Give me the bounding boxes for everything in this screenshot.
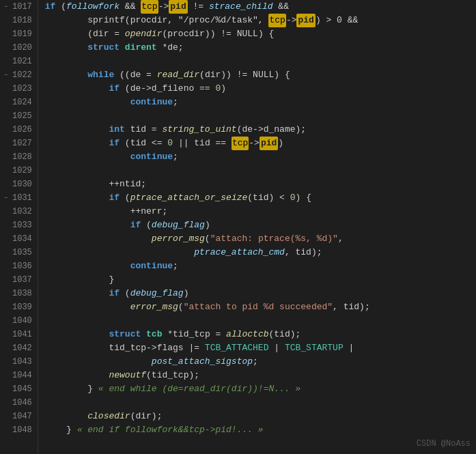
watermark: CSDN @NoAss [417, 439, 471, 449]
ln-1020: 1020 [3, 41, 32, 55]
code-editor: −1017 1018 1019 1020 1021 −1022 1023 102… [0, 0, 476, 454]
fold-1031[interactable]: − [3, 195, 10, 201]
ln-1040: 1040 [3, 314, 32, 328]
code-line-1018: sprintf(procdir, "/proc/%d/task", tcp->p… [45, 14, 476, 27]
code-line-1017: if (followfork && tcp->pid != strace_chi… [45, 0, 476, 14]
ln-1048: 1048 [3, 423, 32, 437]
ln-1023: 1023 [3, 82, 32, 96]
ln-1030: 1030 [3, 178, 32, 191]
code-line-1021 [45, 55, 476, 68]
code-line-1048: } « end if followfork&&tcp->pid!... » [45, 423, 476, 437]
code-line-1041: struct tcb *tid_tcp = alloctcb(tid); [45, 328, 476, 341]
code-line-1044: newoutf(tid_tcp); [45, 369, 476, 382]
ln-1046: 1046 [3, 396, 32, 410]
ln-1027: 1027 [3, 137, 32, 150]
code-line-1023: if (de->d_fileno == 0) [45, 82, 476, 96]
code-line-1028: continue; [45, 150, 476, 164]
code-line-1047: closedir(dir); [45, 410, 476, 423]
ln-1047: 1047 [3, 410, 32, 423]
code-line-1034: perror_msg("attach: ptrace(%s, %d)", [45, 232, 476, 246]
fold-1022[interactable]: − [3, 72, 10, 79]
code-line-1038: if (debug_flag) [45, 287, 476, 300]
code-line-1026: int tid = string_to_uint(de->d_name); [45, 123, 476, 137]
code-line-1031: if (ptrace_attach_or_seize(tid) < 0) { [45, 191, 476, 205]
ln-1045: 1045 [3, 382, 32, 396]
ln-1019: 1019 [3, 27, 32, 41]
ln-1022: −1022 [3, 68, 32, 82]
ln-1032: 1032 [3, 205, 32, 218]
ln-1043: 1043 [3, 355, 32, 369]
ln-1044: 1044 [3, 369, 32, 382]
fold-1017[interactable]: − [3, 3, 10, 10]
ln-1026: 1026 [3, 123, 32, 137]
ln-1021: 1021 [3, 55, 32, 68]
ln-1018: 1018 [3, 14, 32, 27]
ln-1024: 1024 [3, 96, 32, 109]
code-line-1040 [45, 314, 476, 328]
code-line-1043: post_attach_sigstop; [45, 355, 476, 369]
code-line-1024: continue; [45, 96, 476, 109]
ln-1029: 1029 [3, 164, 32, 178]
code-line-1033: if (debug_flag) [45, 218, 476, 232]
ln-1035: 1035 [3, 246, 32, 259]
code-line-1029 [45, 164, 476, 178]
code-area: if (followfork && tcp->pid != strace_chi… [38, 0, 476, 454]
ln-1037: 1037 [3, 273, 32, 287]
line-numbers: −1017 1018 1019 1020 1021 −1022 1023 102… [0, 0, 38, 454]
ln-1041: 1041 [3, 328, 32, 341]
code-line-1032: ++nerr; [45, 205, 476, 218]
ln-1031: −1031 [3, 191, 32, 205]
ln-1017: −1017 [3, 0, 32, 14]
code-line-1042: tid_tcp->flags |= TCB_ATTACHED | TCB_STA… [45, 341, 476, 355]
ln-1036: 1036 [3, 259, 32, 273]
code-line-1025 [45, 109, 476, 123]
code-line-1046 [45, 396, 476, 410]
ln-1034: 1034 [3, 232, 32, 246]
code-line-1019: (dir = opendir(procdir)) != NULL) { [45, 27, 476, 41]
code-line-1030: ++ntid; [45, 178, 476, 191]
ln-1039: 1039 [3, 300, 32, 314]
code-line-1027: if (tid <= 0 || tid == tcp->pid) [45, 137, 476, 150]
code-line-1039: error_msg("attach to pid %d succeeded", … [45, 300, 476, 314]
ln-1038: 1038 [3, 287, 32, 300]
code-line-1037: } [45, 273, 476, 287]
code-line-1045: } « end while (de=read_dir(dir))!=N... » [45, 382, 476, 396]
ln-1028: 1028 [3, 150, 32, 164]
ln-1033: 1033 [3, 218, 32, 232]
code-line-1020: struct dirent *de; [45, 41, 476, 55]
code-line-1035: ptrace_attach_cmd, tid); [45, 246, 476, 259]
ln-1042: 1042 [3, 341, 32, 355]
ln-1025: 1025 [3, 109, 32, 123]
code-line-1036: continue; [45, 259, 476, 273]
code-line-1022: while ((de = read_dir(dir)) != NULL) { [45, 68, 476, 82]
